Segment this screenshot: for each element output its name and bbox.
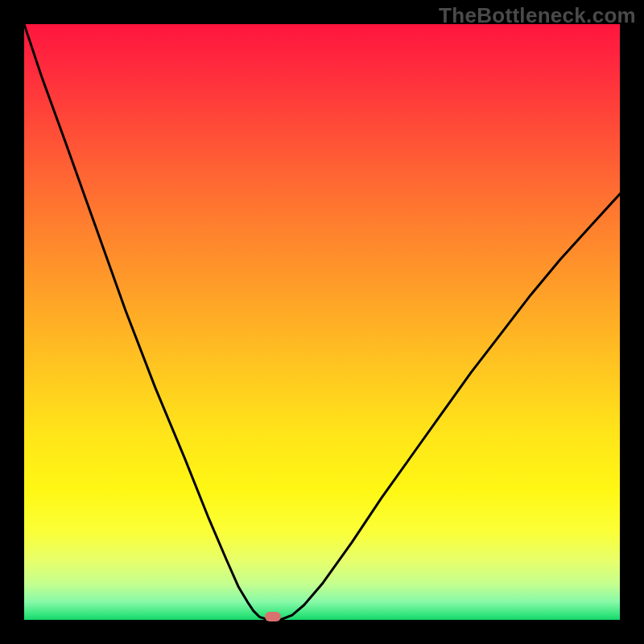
curve-path	[24, 24, 620, 620]
chart-frame: TheBottleneck.com	[0, 0, 644, 644]
watermark-text: TheBottleneck.com	[439, 3, 636, 28]
bottleneck-curve	[24, 24, 620, 620]
optimum-marker	[265, 612, 281, 621]
